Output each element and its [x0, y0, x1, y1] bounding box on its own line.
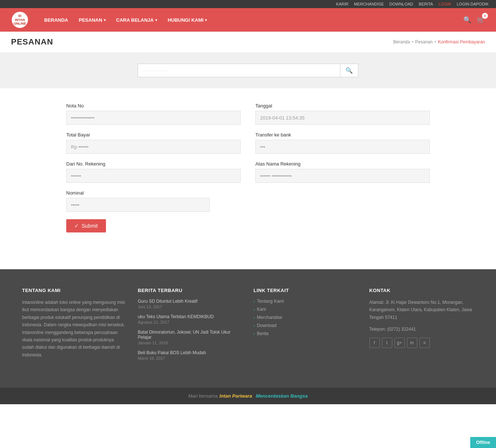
googleplus-icon[interactable]: g+	[394, 338, 405, 348]
footer-bottom: Mari bersama Intan Pariwara Mencerdaskan…	[0, 388, 496, 404]
submit-checkmark-icon: ✓	[74, 223, 79, 229]
top-berita-link[interactable]: BERITA	[419, 2, 433, 6]
footer-brand1: Intan Pariwara	[219, 393, 252, 399]
footer-link-terkait: LINK TERKAIT › Tentang Kami › Karir › Me…	[254, 288, 358, 366]
footer-kontak-heading: KONTAK	[369, 288, 474, 293]
transfer-ke-bank-input[interactable]	[255, 140, 430, 154]
transfer-ke-bank-label: Transfer ke bank	[255, 132, 430, 138]
top-login-link[interactable]: LOGIN	[439, 2, 451, 6]
nav-hubungi-kami[interactable]: HUBUNGI KAMI ▾	[163, 14, 212, 26]
nota-no-input[interactable]	[66, 111, 241, 125]
breadcrumb-current: Konfirmasi Pembayaran	[438, 39, 485, 45]
linkedin-icon[interactable]: in	[407, 338, 417, 348]
form-row-4: Nominal	[66, 190, 430, 212]
footer-link-0[interactable]: › Tentang Kami	[254, 299, 358, 304]
form-row-3: Dari No. Rekening Atas Nama Rekening	[66, 161, 430, 183]
top-download-link[interactable]: DOWNLOAD	[389, 2, 413, 6]
footer-grid: TENTANG KAMI Intanonline adalah toko onl…	[22, 288, 474, 366]
top-bar: KARIR MERCHANDISE DOWNLOAD BERITA LOGIN …	[0, 0, 496, 8]
breadcrumb-sep1: •	[412, 39, 413, 45]
nominal-group: Nominal	[66, 190, 210, 212]
footer-link-2[interactable]: › Merchandise	[254, 315, 358, 320]
atas-nama-rekening-group: Atas Nama Rekening	[255, 161, 430, 183]
main-nav: IDINTANONLINE BERANDA PESANAN ▾ CARA BEL…	[0, 8, 496, 32]
tanggal-group: Tanggal	[255, 103, 430, 125]
footer-bottom-prefix: Mari bersama	[188, 393, 217, 399]
footer-news-title-2[interactable]: Batal Dimoratoriun, Jokowi; UN Jadi Tolo…	[138, 330, 243, 340]
breadcrumb: Beranda • Pesanan • Konfirmasi Pembayara…	[393, 39, 485, 45]
arrow-icon-1: ›	[254, 307, 255, 312]
nota-no-label: Nota No	[66, 103, 241, 109]
pesanan-chevron-icon: ▾	[104, 18, 106, 22]
hubungi-chevron-icon: ▾	[205, 18, 207, 22]
footer-link-3[interactable]: › Download	[254, 323, 358, 328]
footer-news-date-1: Agustus 21, 2017	[138, 320, 243, 324]
search-input[interactable]	[138, 64, 340, 77]
nav-beranda[interactable]: BERANDA	[40, 14, 72, 26]
breadcrumb-home[interactable]: Beranda	[393, 39, 410, 45]
submit-button[interactable]: ✓ Submit	[66, 219, 106, 232]
arrow-icon-2: ›	[254, 316, 255, 320]
form-row-2: Total Bayar Transfer ke bank	[66, 132, 430, 154]
footer-news-date-3: Maret 18, 2017	[138, 356, 243, 360]
search-icon[interactable]: 🔍	[463, 16, 471, 24]
top-karir-link[interactable]: KARIR	[336, 2, 348, 6]
arrow-icon-4: ›	[254, 332, 255, 336]
transfer-ke-bank-group: Transfer ke bank	[255, 132, 430, 154]
footer-phone: Telepon: (0272) 322441	[369, 326, 474, 333]
footer-link-4[interactable]: › Berita	[254, 331, 358, 336]
arrow-icon-0: ›	[254, 299, 255, 303]
cart-badge: 0	[482, 13, 488, 19]
footer-news-0: Guru SD Dituntut Lebih Kreatif Juni 13, …	[138, 299, 243, 309]
footer-news-title-0[interactable]: Guru SD Dituntut Lebih Kreatif	[138, 299, 243, 304]
social-icons: f t g+ in ≡	[369, 338, 474, 348]
page-title: PESANAN	[11, 37, 53, 47]
twitter-icon[interactable]: t	[382, 338, 392, 348]
footer-brand2: Mencerdaskan Bangsa	[256, 393, 308, 399]
footer-tentang-kami: TENTANG KAMI Intanonline adalah toko onl…	[22, 288, 127, 366]
nav-cara-belanja[interactable]: CARA BELANJA ▾	[112, 14, 162, 26]
footer-news-date-2: Januari 11, 2018	[138, 341, 243, 345]
dari-no-rekening-group: Dari No. Rekening	[66, 161, 241, 183]
tanggal-input[interactable]	[255, 111, 430, 125]
total-bayar-input[interactable]	[66, 140, 241, 154]
search-box: 🔍	[138, 64, 358, 77]
footer-news-date-0: Juni 13, 2017	[138, 305, 243, 309]
form-row-1: Nota No Tanggal	[66, 103, 430, 125]
top-login-dapodik-link[interactable]: LOGIN DAPODIK	[457, 2, 489, 6]
cara-belanja-chevron-icon: ▾	[155, 18, 157, 22]
nav-pesanan[interactable]: PESANAN ▾	[74, 14, 110, 26]
footer-kontak: KONTAK Alamat: Jl. Ki Hajar Dewantoro No…	[369, 288, 474, 366]
footer-news-title-3[interactable]: Beli Buku Pakai BOS Lebih Mudah	[138, 350, 243, 355]
nav-links: BERANDA PESANAN ▾ CARA BELANJA ▾ HUBUNGI…	[40, 14, 463, 26]
footer-news-3: Beli Buku Pakai BOS Lebih Mudah Maret 18…	[138, 350, 243, 360]
form-section: Nota No Tanggal Total Bayar Transfer ke …	[0, 88, 496, 247]
page-header: PESANAN Beranda • Pesanan • Konfirmasi P…	[0, 32, 496, 53]
footer-tentang-heading: TENTANG KAMI	[22, 288, 127, 293]
cart-icon[interactable]: 🛒 0	[477, 16, 485, 24]
footer-berita-terbaru: BERITA TERBARU Guru SD Dituntut Lebih Kr…	[138, 288, 243, 366]
facebook-icon[interactable]: f	[369, 338, 380, 348]
footer-link-1[interactable]: › Karir	[254, 307, 358, 312]
footer-address: Alamat: Jl. Ki Hajar Dewantoro No.1, Mor…	[369, 299, 474, 321]
logo-text: IDINTANONLINE	[14, 14, 26, 26]
footer-news-title-1[interactable]: uku Teks Utama Terbitan KEMDIKBUD	[138, 314, 243, 319]
dari-no-rekening-input[interactable]	[66, 169, 241, 183]
footer: TENTANG KAMI Intanonline adalah toko onl…	[0, 269, 496, 388]
atas-nama-rekening-input[interactable]	[255, 169, 430, 183]
footer-news-1: uku Teks Utama Terbitan KEMDIKBUD Agustu…	[138, 314, 243, 324]
dari-no-rekening-label: Dari No. Rekening	[66, 161, 241, 167]
logo[interactable]: IDINTANONLINE	[11, 11, 29, 29]
rss-icon[interactable]: ≡	[419, 338, 430, 348]
breadcrumb-parent[interactable]: Pesanan	[415, 39, 432, 45]
total-bayar-group: Total Bayar	[66, 132, 241, 154]
breadcrumb-sep2: •	[435, 39, 436, 45]
search-button[interactable]: 🔍	[340, 64, 358, 77]
arrow-icon-3: ›	[254, 324, 255, 328]
nota-no-group: Nota No	[66, 103, 241, 125]
top-merchandise-link[interactable]: MERCHANDISE	[354, 2, 384, 6]
footer-tentang-text: Intanonline adalah toko online yang meng…	[22, 299, 127, 359]
atas-nama-rekening-label: Atas Nama Rekening	[255, 161, 430, 167]
search-section: 🔍	[0, 53, 496, 88]
nominal-input[interactable]	[66, 198, 210, 212]
